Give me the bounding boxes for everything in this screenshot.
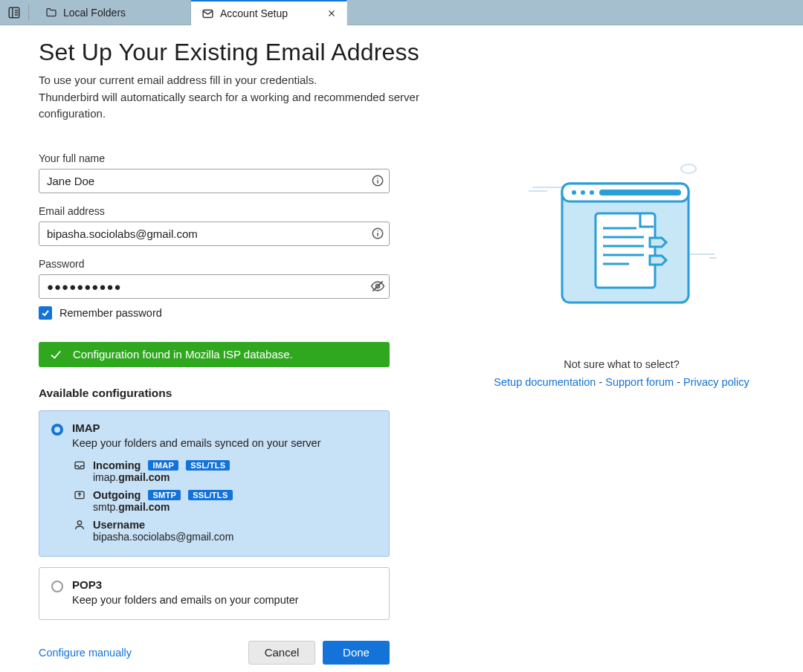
radio-imap[interactable] [51,424,63,436]
full-name-input-wrap [39,169,390,193]
password-label: Password [39,258,462,270]
config-pop3-desc: Keep your folders and emails on your com… [72,594,299,606]
config-imap-title: IMAP [72,421,320,434]
check-icon [49,348,62,361]
subtitle-line2: Thunderbird will automatically search fo… [39,91,419,120]
info-icon[interactable] [367,169,389,192]
separator: - [677,376,683,388]
tabs-bar: Local Folders Account Setup [0,0,803,25]
spaces-toolbar-button[interactable] [3,1,25,24]
incoming-row: Incoming IMAP SSL/TLS [72,459,377,471]
remember-password-label: Remember password [59,307,162,319]
outbox-icon [72,489,87,501]
svg-point-21 [572,190,576,195]
config-pop3-head: POP3 Keep your folders and emails on you… [51,578,377,606]
available-configurations-heading: Available configurations [39,387,462,400]
email-input[interactable] [39,222,367,245]
status-message: Configuration found in Mozilla ISP datab… [73,348,293,361]
remember-password-row[interactable]: Remember password [39,306,462,320]
full-name-input[interactable] [39,169,367,193]
password-input[interactable] [39,275,367,298]
outgoing-host: smtp.gmail.com [72,501,377,513]
subtitle-line1: To use your current email address fill i… [39,74,317,86]
email-input-wrap [39,222,390,246]
username-label: Username [93,519,145,531]
help-column: Not sure what to select? Setup documenta… [462,39,803,665]
page-subtitle: To use your current email address fill i… [39,72,462,123]
field-password: Password [39,258,462,299]
info-icon[interactable] [367,222,389,245]
configure-manually-link[interactable]: Configure manually [39,647,132,659]
tab-local-folders-label: Local Folders [63,7,180,19]
full-name-label: Your full name [39,152,462,164]
separator: - [599,376,605,388]
inbox-icon [72,459,87,471]
form-column: Set Up Your Existing Email Address To us… [39,39,462,665]
config-imap-details: Incoming IMAP SSL/TLS imap.gmail.com Out… [51,459,377,543]
page-title: Set Up Your Existing Email Address [39,39,462,66]
close-tab-icon[interactable] [327,9,336,18]
email-label: Email address [39,205,462,217]
svg-point-22 [581,190,585,195]
tab-local-folders[interactable]: Local Folders [35,0,191,25]
done-button[interactable]: Done [323,641,390,665]
help-text: Not sure what to select? [485,358,758,370]
help-links: Setup documentation - Support forum - Pr… [485,376,758,388]
svg-point-13 [377,230,378,232]
incoming-sec-pill: SSL/TLS [186,460,230,471]
incoming-label: Incoming [93,459,141,471]
tab-account-setup[interactable]: Account Setup [191,0,347,25]
field-email: Email address [39,205,462,246]
setup-documentation-link[interactable]: Setup documentation [494,376,596,388]
config-pop3-title: POP3 [72,578,299,591]
config-imap-desc: Keep your folders and emails synced on y… [72,437,320,449]
support-forum-link[interactable]: Support forum [605,376,674,388]
incoming-host: imap.gmail.com [72,471,377,483]
username-row: Username [72,519,377,531]
tab-account-setup-label: Account Setup [220,7,321,19]
config-imap-head: IMAP Keep your folders and emails synced… [51,421,377,449]
separator [28,4,29,21]
outgoing-row: Outgoing SMTP SSL/TLS [72,489,377,501]
remember-password-checkbox[interactable] [39,306,52,320]
svg-rect-25 [596,213,655,288]
outgoing-proto-pill: SMTP [148,490,181,500]
config-option-imap[interactable]: IMAP Keep your folders and emails synced… [39,410,390,557]
config-option-pop3[interactable]: POP3 Keep your folders and emails on you… [39,567,390,620]
mail-settings-icon [201,7,214,20]
svg-rect-24 [599,190,681,196]
svg-point-18 [77,520,81,524]
field-full-name: Your full name [39,152,462,193]
tabs-left-tools [0,0,35,25]
svg-point-23 [590,190,594,195]
footer-actions: Configure manually Cancel Done [39,641,390,665]
username-value: bipasha.sociolabs@gmail.com [72,531,377,543]
privacy-policy-link[interactable]: Privacy policy [683,376,749,388]
password-input-wrap [39,274,390,299]
svg-point-10 [377,178,378,179]
user-icon [72,519,87,531]
outgoing-label: Outgoing [93,489,141,501]
status-banner: Configuration found in Mozilla ISP datab… [39,342,390,367]
illustration [485,158,758,306]
content-area: Set Up Your Existing Email Address To us… [0,25,803,665]
folder-icon [45,7,57,19]
radio-pop3[interactable] [51,581,63,592]
toggle-password-visibility-icon[interactable] [367,275,389,297]
incoming-proto-pill: IMAP [148,460,178,471]
outgoing-sec-pill: SSL/TLS [188,490,232,500]
cancel-button[interactable]: Cancel [248,641,315,665]
